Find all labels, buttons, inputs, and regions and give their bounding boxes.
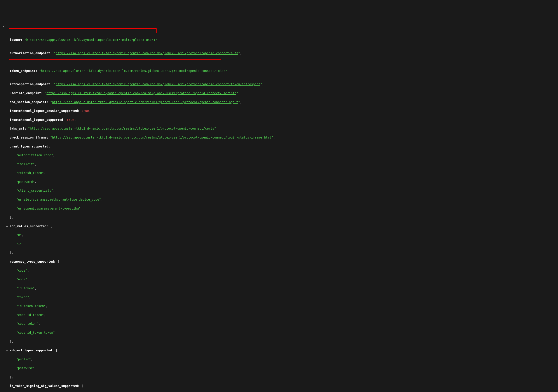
grant-types-key: grant_types_supported: xyxy=(10,145,50,148)
token-endpoint-link[interactable]: https://sso.apps.cluster-tkfd2.dynamic.o… xyxy=(41,69,225,73)
authorization-endpoint-link[interactable]: https://sso.apps.cluster-tkfd2.dynamic.o… xyxy=(56,51,238,55)
close-bracket: ], xyxy=(10,215,13,219)
userinfo-endpoint-link[interactable]: https://sso.apps.cluster-tkfd2.dynamic.o… xyxy=(47,91,236,95)
highlight-box-token-endpoint xyxy=(9,60,221,64)
check-session-iframe-link[interactable]: https://sso.apps.cluster-tkfd2.dynamic.o… xyxy=(52,136,271,139)
array-item: code id_token xyxy=(18,313,42,317)
check-session-iframe-key: check_session_iframe: xyxy=(10,136,48,139)
array-item: token xyxy=(18,295,27,299)
response-types-key: response_types_supported: xyxy=(10,260,56,263)
array-item: client_credentials xyxy=(18,189,51,192)
array-item: code id_token token xyxy=(18,331,53,334)
collapse-toggle-icon[interactable]: – xyxy=(6,384,8,388)
array-item: authorization_code xyxy=(18,153,51,157)
acr-values-key: acr_values_supported: xyxy=(10,224,48,228)
id-token-signing-key: id_token_signing_alg_values_supported: xyxy=(10,384,79,388)
array-item: id_token token xyxy=(18,304,44,308)
collapse-toggle-icon[interactable]: – xyxy=(6,224,8,228)
close-bracket: ], xyxy=(10,375,13,379)
frontchannel-logout-key: frontchannel_logout_supported: xyxy=(10,118,65,121)
opening-brace: { xyxy=(3,25,5,28)
array-item: public xyxy=(18,358,29,361)
array-item: implicit xyxy=(18,162,33,166)
issuer-link[interactable]: https://sso.apps.cluster-tkfd2.dynamic.o… xyxy=(26,38,155,42)
array-item: refresh_token xyxy=(18,171,42,175)
array-item: password xyxy=(18,180,33,184)
userinfo-endpoint-key: userinfo_endpoint: xyxy=(10,91,43,95)
jwks-uri-link[interactable]: https://sso.apps.cluster-tkfd2.dynamic.o… xyxy=(30,127,214,130)
end-session-endpoint-link[interactable]: https://sso.apps.cluster-tkfd2.dynamic.o… xyxy=(52,100,238,104)
array-item: id_token xyxy=(18,286,33,290)
subject-types-key: subject_types_supported: xyxy=(10,349,54,352)
collapse-toggle-icon[interactable]: – xyxy=(6,259,8,264)
issuer-key: issuer: xyxy=(10,38,23,42)
array-item: code token xyxy=(18,322,36,325)
close-bracket: ], xyxy=(10,340,13,343)
introspection-endpoint-link[interactable]: https://sso.apps.cluster-tkfd2.dynamic.o… xyxy=(56,82,261,86)
array-item: urn:openid:params:grant-type:ciba xyxy=(18,207,79,210)
array-item: 0 xyxy=(18,233,20,237)
jwks-uri-key: jwks_uri: xyxy=(10,127,26,130)
array-item: none xyxy=(18,278,25,281)
highlight-box-issuer xyxy=(9,28,157,33)
collapse-toggle-icon[interactable]: – xyxy=(6,144,8,149)
end-session-endpoint-key: end_session_endpoint: xyxy=(10,100,48,104)
frontchannel-logout-session-key: frontchannel_logout_session_supported: xyxy=(10,109,79,112)
array-item: code xyxy=(18,269,25,272)
token-endpoint-key: token_endpoint: xyxy=(10,69,37,73)
json-viewer: { issuer: "https://sso.apps.cluster-tkfd… xyxy=(2,20,556,392)
close-bracket: ], xyxy=(10,251,13,255)
frontchannel-logout-session-value: true xyxy=(82,109,89,112)
array-item: pairwise xyxy=(18,366,33,370)
frontchannel-logout-value: true xyxy=(67,118,74,121)
array-item: urn:ietf:params:oauth:grant-type:device_… xyxy=(18,198,99,201)
array-item: 1 xyxy=(18,242,20,246)
introspection-endpoint-key: introspection_endpoint: xyxy=(10,82,52,86)
authorization-endpoint-key: authorization_endpoint: xyxy=(10,51,52,55)
collapse-toggle-icon[interactable]: – xyxy=(6,348,8,352)
